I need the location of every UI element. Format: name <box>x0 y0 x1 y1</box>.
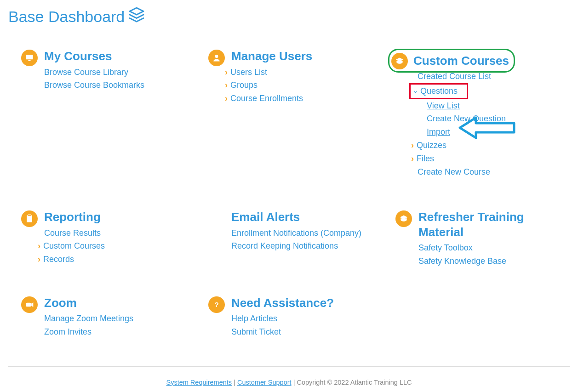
graduation-cap-icon <box>391 53 408 69</box>
link-safety-knowledge-base[interactable]: Safety Knowledge Base <box>418 255 570 268</box>
page-title-text: Base Dashboard <box>8 8 125 26</box>
card-title-reporting[interactable]: Reporting <box>44 210 195 225</box>
footer: System Requirements | Customer Support |… <box>8 379 570 386</box>
card-need-assistance: ? Need Assistance? Help Articles Submit … <box>195 295 383 339</box>
link-custom-courses-report[interactable]: Custom Courses <box>44 239 195 253</box>
link-quizzes[interactable]: Quizzes <box>418 139 555 152</box>
svg-rect-1 <box>26 55 33 59</box>
svg-rect-5 <box>27 216 32 222</box>
card-zoom: Zoom Manage Zoom Meetings Zoom Invites <box>8 295 195 339</box>
link-groups[interactable]: Groups <box>231 79 383 92</box>
question-mark-icon: ? <box>208 296 225 313</box>
svg-marker-8 <box>31 302 33 307</box>
svg-rect-7 <box>26 302 31 306</box>
link-manage-zoom-meetings[interactable]: Manage Zoom Meetings <box>44 312 195 325</box>
card-title-refresher[interactable]: Refresher Training Material <box>418 210 529 239</box>
card-title-need-assistance[interactable]: Need Assistance? <box>231 295 383 311</box>
link-questions-label: Questions <box>420 86 458 96</box>
sublink-view-list[interactable]: View List <box>427 99 555 113</box>
clipboard-icon <box>21 210 38 227</box>
link-course-results[interactable]: Course Results <box>44 227 195 240</box>
link-course-enrollments[interactable]: Course Enrollments <box>231 92 383 105</box>
link-enrollment-notifications[interactable]: Enrollment Notifications (Company) <box>231 227 383 240</box>
card-custom-courses: Custom Courses Created Course List ⌄Ques… <box>383 49 570 182</box>
svg-rect-2 <box>29 60 31 61</box>
link-submit-ticket[interactable]: Submit Ticket <box>231 325 383 339</box>
card-manage-users: Manage Users Users List Groups Course En… <box>195 49 383 182</box>
footer-copyright: Copyright © 2022 Atlantic Training LLC <box>297 379 412 386</box>
card-reporting: Reporting Course Results Custom Courses … <box>8 210 195 268</box>
monitor-icon <box>21 50 38 66</box>
annotation-highlight-red: ⌄Questions <box>409 83 468 99</box>
link-questions[interactable]: ⌄Questions <box>418 83 555 99</box>
svg-marker-0 <box>130 8 143 15</box>
card-title-manage-users[interactable]: Manage Users <box>231 49 383 64</box>
link-browse-library[interactable]: Browse Course Library <box>44 66 195 79</box>
footer-sep-1: | <box>234 379 237 386</box>
link-zoom-invites[interactable]: Zoom Invites <box>44 325 195 339</box>
stack-icon <box>128 6 145 27</box>
footer-divider <box>8 366 570 367</box>
link-customer-support[interactable]: Customer Support <box>237 379 292 386</box>
link-created-course-list[interactable]: Created Course List <box>418 70 555 83</box>
annotation-highlight-green: Custom Courses <box>388 49 515 73</box>
link-files[interactable]: Files <box>418 152 555 165</box>
card-email-alerts: Email Alerts Enrollment Notifications (C… <box>195 210 383 268</box>
link-help-articles[interactable]: Help Articles <box>231 312 383 325</box>
svg-rect-6 <box>28 215 31 216</box>
link-record-keeping-notifications[interactable]: Record Keeping Notifications <box>231 239 383 253</box>
card-my-courses: My Courses Browse Course Library Browse … <box>8 49 195 182</box>
video-icon <box>21 296 38 313</box>
link-records[interactable]: Records <box>44 253 195 266</box>
card-refresher-training: Refresher Training Material Safety Toolb… <box>383 210 570 268</box>
user-icon <box>208 50 225 66</box>
link-users-list[interactable]: Users List <box>231 66 383 79</box>
card-title-my-courses[interactable]: My Courses <box>44 49 195 64</box>
svg-text:?: ? <box>214 301 218 308</box>
card-title-email-alerts[interactable]: Email Alerts <box>231 210 383 225</box>
link-safety-toolbox[interactable]: Safety Toolbox <box>418 241 570 255</box>
card-title-zoom[interactable]: Zoom <box>44 295 195 311</box>
sublink-import[interactable]: Import <box>427 125 555 139</box>
sublink-create-new-question[interactable]: Create New Question <box>427 112 555 125</box>
card-title-custom-courses[interactable]: Custom Courses <box>413 53 509 68</box>
link-browse-bookmarks[interactable]: Browse Course Bookmarks <box>44 79 195 92</box>
link-system-requirements[interactable]: System Requirements <box>166 379 232 386</box>
link-create-new-course[interactable]: Create New Course <box>418 165 555 179</box>
graduation-cap-icon <box>395 210 412 227</box>
page-title: Base Dashboard <box>8 6 570 27</box>
svg-point-3 <box>215 55 218 58</box>
